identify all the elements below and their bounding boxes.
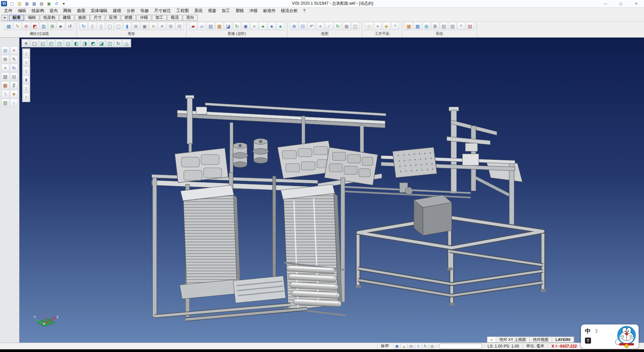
plot-icon[interactable]: ▣ [45, 1, 53, 7]
ime-toolbox-icon[interactable]: T [585, 338, 591, 344]
menu-item[interactable]: 冲模 [247, 7, 260, 14]
sphere-green-icon[interactable]: ● [259, 22, 267, 30]
undo-icon[interactable]: ↺ [53, 1, 60, 7]
menu-item[interactable]: 视窗 [205, 7, 219, 14]
layer-filter-icon[interactable]: ▥ [40, 22, 48, 30]
ribbon-tab[interactable]: 应用 [106, 15, 120, 21]
status-layer-icon[interactable]: ▥ [429, 343, 436, 349]
menu-item[interactable]: ? [301, 7, 308, 14]
refresh-graphics-icon[interactable]: ↻ [79, 22, 88, 30]
layer-stack-alt-icon[interactable]: ≡ [158, 22, 166, 30]
ribbon-tab[interactable]: 建模 [59, 15, 74, 21]
ribbon-tab[interactable]: 编辑 [24, 15, 39, 21]
texture-icon[interactable]: ▦ [215, 22, 223, 30]
open-file-icon[interactable]: ▥ [16, 1, 23, 7]
pencil-icon[interactable]: ✎ [10, 55, 18, 63]
snap-toggle[interactable]: 拴牢 [377, 343, 392, 349]
ribbon-tab[interactable]: 塑膜 [121, 15, 136, 21]
zoom-previous-icon[interactable]: ↶ [308, 22, 316, 30]
system-layers-icon[interactable]: ≣ [431, 22, 439, 30]
pan-icon[interactable]: + [316, 22, 324, 30]
print-icon[interactable]: ▤ [38, 1, 45, 7]
element-filter-icon[interactable]: ⊘ [22, 22, 30, 30]
reset-filter-icon[interactable]: ↺ [66, 22, 74, 30]
hatch-icon[interactable]: ▧ [440, 22, 448, 30]
3d-viewport[interactable]: ≡▢◱◰◳◲◧◨◩◪◫↻△ ▯▯▯▮▯▯ X Y [19, 38, 644, 343]
view-status-segment[interactable]: 绝对 XY 上视图 [496, 337, 530, 342]
qat-dropdown-icon[interactable]: ▾ [60, 1, 67, 7]
axes-icon[interactable]: + [1, 64, 9, 72]
shading-icon[interactable]: ▰ [189, 22, 197, 30]
menu-item[interactable]: 实体编辑 [88, 7, 110, 14]
tab-dropdown-icon[interactable]: ▾ [1, 15, 8, 21]
view-menu-icon[interactable]: ≡ [22, 40, 30, 47]
menu-item[interactable]: 系统 [192, 7, 205, 14]
layers-filter-icon[interactable]: ▦ [5, 22, 13, 30]
wireframe-icon[interactable]: ▱ [198, 22, 206, 30]
chart-icon[interactable]: ▥ [1, 99, 9, 107]
export-icon[interactable]: ↓ [10, 99, 18, 107]
menu-item[interactable]: 加工 [219, 7, 233, 14]
sphere-teal-icon[interactable]: ● [276, 22, 284, 30]
ime-moon-icon[interactable]: ☽ [593, 328, 598, 334]
clipboard-slot-4-icon[interactable]: ▮ [23, 76, 29, 84]
ribbon-tab[interactable]: 模流 [167, 15, 182, 21]
workplane-icon[interactable]: ◇ [365, 22, 373, 30]
wireframe-toggle-icon[interactable]: ▢ [31, 40, 38, 47]
workplane-view-icon[interactable]: ◈ [382, 22, 390, 30]
view-front-icon[interactable]: ◳ [56, 40, 63, 47]
edge-display-icon[interactable]: ◪ [224, 22, 232, 30]
rotate-view-icon[interactable]: ↻ [334, 22, 342, 30]
search-icon[interactable]: ⌕ [487, 337, 496, 342]
view-number-icon[interactable]: 2 [10, 81, 18, 89]
close-button[interactable]: × [629, 0, 644, 7]
status-image-icon[interactable]: ▣ [394, 343, 400, 349]
render-icon[interactable]: ▧ [1, 73, 9, 81]
globe-icon[interactable]: ◍ [422, 22, 430, 30]
layer-stack-icon[interactable]: ≡ [149, 22, 157, 30]
menu-item[interactable]: 网格 [61, 7, 74, 14]
view-iso-ne-icon[interactable]: ◫ [106, 40, 114, 47]
ribbon-tab[interactable]: 冲模 [137, 15, 151, 21]
clipboard-slot-1-icon[interactable]: ▯ [23, 49, 29, 57]
menu-item[interactable]: 线架构 [29, 7, 47, 14]
menu-item[interactable]: 编辑 [15, 7, 29, 14]
view-rotate-icon[interactable]: ↻ [114, 40, 122, 47]
status-refresh-icon[interactable]: ↻ [422, 343, 429, 349]
menu-item[interactable]: 电极 [138, 7, 152, 14]
ungroup-icon[interactable]: ⊟ [175, 22, 183, 30]
workplane-align-icon[interactable]: + [374, 22, 382, 30]
minimize-button[interactable]: ─ [598, 0, 613, 7]
sphere-blue-icon[interactable]: ● [268, 22, 276, 30]
view-bottom-icon[interactable]: ◩ [89, 40, 97, 47]
ribbon-tab[interactable]: 标准 [9, 15, 24, 21]
ruler-icon[interactable]: ∖ [1, 90, 9, 98]
section-view-icon[interactable]: ◫ [351, 22, 359, 30]
box-icon[interactable]: ▣ [141, 22, 149, 30]
status-alert-icon[interactable]: ▲ [401, 343, 408, 349]
notebook-icon[interactable]: ▤ [10, 73, 18, 81]
hide-entities-icon[interactable]: ◍ [342, 22, 351, 30]
menu-item[interactable]: 尺寸标注 [152, 7, 174, 14]
group-icon[interactable]: ⊞ [167, 22, 175, 30]
status-doc-icon[interactable]: ▤ [408, 343, 415, 349]
report-icon[interactable]: ▤ [466, 22, 474, 30]
favorites-icon[interactable]: ★ [10, 90, 18, 98]
magnifier-icon[interactable]: ◎ [1, 46, 9, 54]
ribbon-tab[interactable]: 尺寸 [90, 15, 105, 21]
magnify-icon[interactable]: ◉ [241, 22, 250, 30]
view-status-segment[interactable]: 绝对视图 [530, 337, 552, 342]
menu-item[interactable]: 建模 [110, 7, 124, 14]
view-iso-icon[interactable]: ◱ [39, 40, 47, 47]
units-status[interactable]: 单位: 毫米 [523, 343, 548, 349]
color-grid-icon[interactable]: ▦ [405, 22, 413, 30]
arrow-select-icon[interactable]: ► [57, 22, 65, 30]
save-all-icon[interactable]: ▩ [31, 1, 38, 7]
delete-icon[interactable]: × [10, 46, 18, 54]
scale-status[interactable]: LS: 1.00 PS: 1.00 [484, 344, 523, 349]
menu-item[interactable]: 文件 [1, 7, 15, 14]
menu-item[interactable]: 模流分析 [278, 7, 301, 14]
box-pair-icon[interactable]: ⊞ [132, 22, 140, 30]
ribbon-tab[interactable]: 逆向 [183, 15, 198, 21]
menu-item[interactable]: 标准件 [260, 7, 278, 14]
